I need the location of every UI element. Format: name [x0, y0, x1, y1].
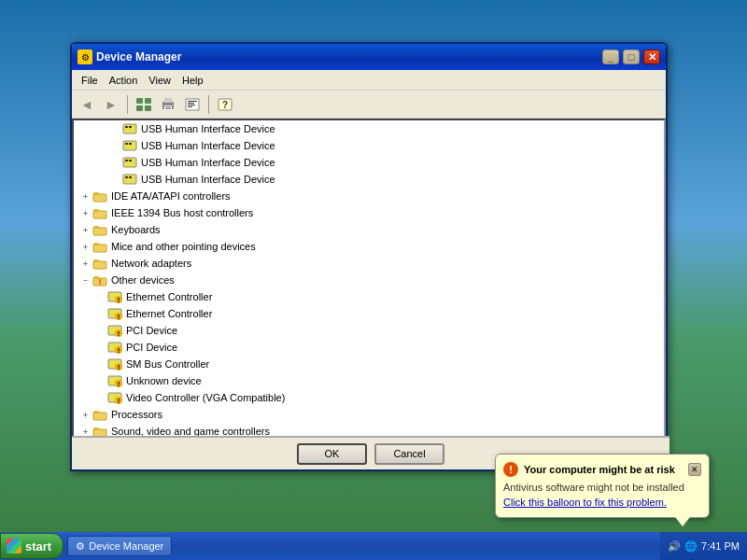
svg-text:!: !: [118, 313, 120, 320]
balloon-header: ! Your computer might be at risk ✕: [503, 462, 701, 477]
list-item[interactable]: ＋ Processors: [74, 406, 664, 423]
list-item[interactable]: － ! Other devices: [74, 272, 664, 288]
expand-icon[interactable]: ＋: [78, 256, 92, 271]
list-item[interactable]: ! Video Controller (VGA Compatible): [74, 389, 664, 406]
warning-device-icon: !: [107, 357, 122, 371]
ok-button[interactable]: OK: [297, 443, 367, 465]
security-balloon[interactable]: ! Your computer might be at risk ✕ Antiv…: [495, 454, 710, 518]
svg-rect-7: [165, 106, 171, 107]
taskbar-device-manager[interactable]: ⚙ Device Manager: [67, 536, 172, 556]
svg-rect-24: [129, 160, 132, 161]
warning-device-icon: !: [107, 373, 122, 388]
close-button[interactable]: ✕: [643, 49, 660, 64]
warning-device-icon: !: [107, 323, 122, 338]
warning-device-icon: !: [107, 340, 122, 355]
menu-view[interactable]: View: [143, 73, 176, 88]
taskbar: start ⚙ Device Manager 🔊 🌐 7:41 PM: [0, 532, 747, 560]
list-item[interactable]: USB Human Interface Device: [74, 120, 664, 137]
device-icon: [122, 155, 137, 170]
svg-text:!: !: [118, 296, 120, 303]
svg-text:!: !: [118, 363, 120, 371]
taskbar-icon: ⚙: [76, 540, 85, 553]
warning-device-icon: !: [107, 306, 122, 321]
list-item[interactable]: USB Human Interface Device: [74, 154, 664, 171]
node-label: Other devices: [111, 274, 175, 286]
menu-action[interactable]: Action: [104, 73, 144, 88]
balloon-line2: Click this balloon to fix this problem.: [503, 496, 701, 510]
node-label: IDE ATA/ATAPI controllers: [111, 190, 231, 202]
cancel-button[interactable]: Cancel: [374, 443, 444, 465]
collapse-icon[interactable]: －: [78, 273, 92, 287]
volume-icon[interactable]: 🔊: [668, 540, 681, 553]
svg-text:!: !: [118, 380, 120, 387]
list-item[interactable]: ! PCI Device: [74, 322, 664, 339]
svg-rect-8: [165, 108, 171, 109]
svg-rect-12: [188, 105, 195, 105]
folder-icon: [92, 239, 107, 254]
properties-button[interactable]: [181, 93, 204, 116]
list-item[interactable]: ! Ethernet Controller: [74, 305, 664, 322]
menu-file[interactable]: File: [76, 73, 104, 88]
list-item[interactable]: USB Human Interface Device: [74, 137, 664, 154]
system-tray: 🔊 🌐 7:41 PM: [660, 532, 747, 560]
expand-icon[interactable]: ＋: [78, 407, 92, 422]
warning-icon: !: [503, 462, 518, 477]
clock: 7:41 PM: [701, 540, 740, 552]
expand-icon[interactable]: ＋: [78, 205, 92, 220]
expand-icon[interactable]: ＋: [78, 239, 92, 254]
svg-rect-22: [123, 158, 136, 167]
svg-text:!: !: [118, 346, 120, 354]
svg-rect-2: [136, 105, 143, 111]
svg-rect-25: [123, 175, 136, 184]
folder-icon: [92, 256, 107, 271]
list-item[interactable]: ＋ Keyboards: [74, 221, 664, 238]
minimize-button[interactable]: _: [602, 49, 619, 64]
list-item[interactable]: ! PCI Device: [74, 339, 664, 356]
view-icon-button[interactable]: [133, 93, 155, 116]
node-label: Video Controller (VGA Compatible): [126, 392, 285, 403]
device-icon: [122, 121, 137, 136]
device-tree[interactable]: USB Human Interface Device USB Human Int…: [72, 119, 666, 449]
balloon-link[interactable]: Click this balloon to fix this problem.: [503, 497, 667, 508]
svg-rect-18: [129, 126, 132, 128]
list-item[interactable]: ＋ Network adapters: [74, 255, 664, 272]
balloon-close-button[interactable]: ✕: [688, 463, 701, 476]
device-manager-window: ⚙ Device Manager _ □ ✕ File Action View …: [70, 42, 668, 471]
list-item[interactable]: USB Human Interface Device: [74, 171, 664, 188]
list-item[interactable]: ＋ IDE ATA/ATAPI controllers: [74, 188, 664, 204]
svg-rect-37: [93, 261, 106, 269]
svg-rect-26: [125, 176, 128, 178]
warning-folder-icon: !: [92, 273, 107, 287]
svg-rect-23: [125, 160, 128, 161]
node-label: USB Human Interface Device: [141, 123, 275, 134]
help-button[interactable]: ?: [214, 93, 236, 116]
expand-icon[interactable]: ＋: [78, 222, 92, 237]
network-icon[interactable]: 🌐: [684, 540, 698, 553]
node-label: IEEE 1394 Bus host controllers: [111, 207, 253, 218]
svg-text:?: ?: [222, 100, 228, 110]
start-label: start: [25, 539, 51, 553]
toolbar: ◄ ►: [72, 91, 666, 119]
back-button[interactable]: ◄: [76, 93, 98, 116]
print-button[interactable]: [157, 93, 179, 116]
window-title: Device Manager: [96, 50, 599, 63]
taskbar-label: Device Manager: [89, 540, 163, 552]
svg-rect-5: [164, 98, 172, 103]
list-item[interactable]: ! Unknown device: [74, 372, 664, 389]
maximize-button[interactable]: □: [623, 49, 640, 64]
svg-text:!: !: [118, 329, 120, 337]
list-item[interactable]: ＋ Mice and other pointing devices: [74, 238, 664, 255]
expand-icon[interactable]: ＋: [78, 189, 92, 203]
list-item[interactable]: ＋ IEEE 1394 Bus host controllers: [74, 204, 664, 221]
warning-device-icon: !: [107, 390, 122, 405]
forward-button[interactable]: ►: [100, 93, 122, 116]
menu-help[interactable]: Help: [176, 73, 209, 88]
title-bar: ⚙ Device Manager _ □ ✕: [72, 44, 666, 70]
list-item[interactable]: ! SM Bus Controller: [74, 356, 664, 372]
list-item[interactable]: ! Ethernet Controller: [74, 288, 664, 305]
node-label: Ethernet Controller: [126, 308, 212, 319]
svg-text:!: !: [99, 277, 102, 287]
node-label: USB Human Interface Device: [141, 140, 275, 151]
svg-rect-16: [123, 124, 136, 133]
start-button[interactable]: start: [0, 533, 63, 559]
